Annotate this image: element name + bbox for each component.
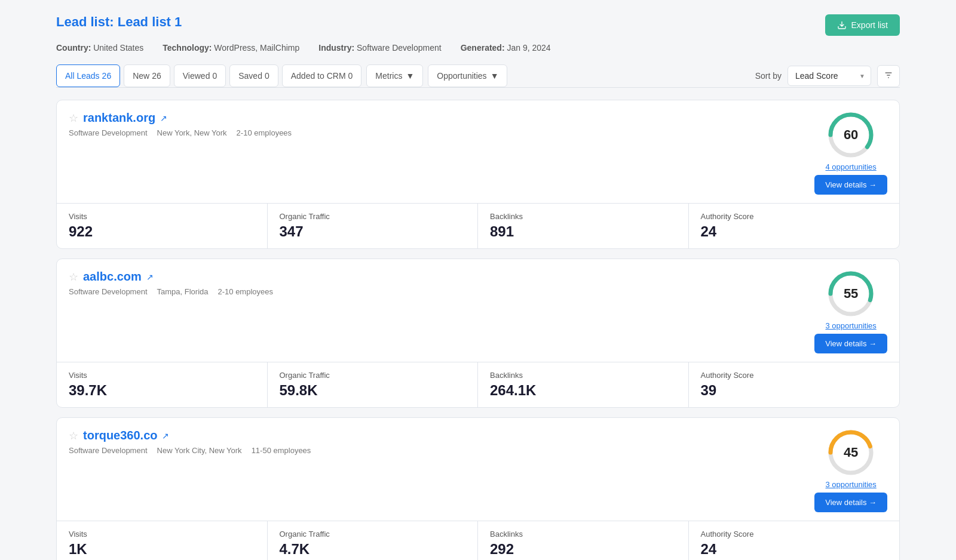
leads-list: ☆ ranktank.org ↗ Software Development Ne… bbox=[56, 100, 900, 560]
filter-icon-button[interactable] bbox=[877, 65, 900, 87]
lead-info: ☆ aalbc.com ↗ Software Development Tampa… bbox=[69, 270, 814, 296]
lead-card-header: ☆ ranktank.org ↗ Software Development Ne… bbox=[57, 100, 899, 203]
lead-name-link[interactable]: torque360.co bbox=[83, 429, 157, 442]
view-details-button[interactable]: View details → bbox=[814, 493, 887, 512]
meta-generated: Generated: Jan 9, 2024 bbox=[461, 43, 551, 53]
lead-name-row: ☆ torque360.co ↗ bbox=[69, 429, 814, 442]
chevron-down-icon: ▼ bbox=[406, 71, 414, 81]
tabs: All Leads26New26Viewed0Saved0Added to CR… bbox=[56, 64, 361, 87]
metric-cell: Authority Score 39 bbox=[689, 362, 900, 407]
meta-technology: Technology: WordPress, MailChimp bbox=[163, 43, 299, 53]
export-icon bbox=[837, 20, 847, 30]
metric-cell: Visits 39.7K bbox=[57, 362, 268, 407]
opportunities-link[interactable]: 4 opportunities bbox=[825, 162, 876, 171]
meta-industry: Industry: Software Development bbox=[318, 43, 441, 53]
tab-new[interactable]: New26 bbox=[124, 64, 170, 87]
tab-viewed[interactable]: Viewed0 bbox=[174, 64, 226, 87]
lead-name-link[interactable]: aalbc.com bbox=[83, 270, 142, 284]
lead-card-header: ☆ aalbc.com ↗ Software Development Tampa… bbox=[57, 259, 899, 362]
external-link-icon: ↗ bbox=[162, 431, 169, 441]
lead-card: ☆ ranktank.org ↗ Software Development Ne… bbox=[56, 100, 900, 249]
lead-score-area: 45 3 opportunities View details → bbox=[814, 429, 887, 512]
metrics-dropdown[interactable]: Metrics ▼ bbox=[366, 64, 423, 87]
export-button[interactable]: Export list bbox=[825, 14, 900, 36]
metric-cell: Organic Traffic 4.7K bbox=[268, 521, 479, 560]
lead-card-header: ☆ torque360.co ↗ Software Development Ne… bbox=[57, 418, 899, 521]
meta-info: Country: United States Technology: WordP… bbox=[56, 43, 900, 53]
lead-score-area: 55 3 opportunities View details → bbox=[814, 270, 887, 353]
metric-cell: Visits 1K bbox=[57, 521, 268, 560]
lead-name-row: ☆ aalbc.com ↗ bbox=[69, 270, 814, 284]
lead-card: ☆ torque360.co ↗ Software Development Ne… bbox=[56, 417, 900, 560]
opportunities-link[interactable]: 3 opportunities bbox=[825, 321, 876, 330]
lead-name-link[interactable]: ranktank.org bbox=[83, 111, 155, 125]
star-icon[interactable]: ☆ bbox=[69, 270, 78, 284]
score-circle: 55 bbox=[827, 270, 875, 318]
score-circle: 60 bbox=[827, 111, 875, 159]
metric-cell: Authority Score 24 bbox=[689, 204, 900, 248]
metric-cell: Organic Traffic 59.8K bbox=[268, 362, 479, 407]
metrics-grid: Visits 1K Organic Traffic 4.7K Backlinks… bbox=[57, 521, 899, 560]
lead-name-row: ☆ ranktank.org ↗ bbox=[69, 111, 814, 125]
opportunities-link[interactable]: 3 opportunities bbox=[825, 480, 876, 489]
metric-cell: Backlinks 292 bbox=[478, 521, 689, 560]
metric-cell: Backlinks 891 bbox=[478, 204, 689, 248]
lead-info: ☆ torque360.co ↗ Software Development Ne… bbox=[69, 429, 814, 455]
metric-cell: Authority Score 24 bbox=[689, 521, 900, 560]
page-title: Lead list: Lead list 1 bbox=[56, 14, 182, 30]
star-icon[interactable]: ☆ bbox=[69, 429, 78, 442]
meta-country: Country: United States bbox=[56, 43, 143, 53]
metric-cell: Visits 922 bbox=[57, 204, 268, 248]
filter-row: All Leads26New26Viewed0Saved0Added to CR… bbox=[56, 64, 900, 88]
sort-select[interactable]: Lead ScoreAuthority ScoreOrganic Traffic… bbox=[788, 66, 871, 86]
lead-card: ☆ aalbc.com ↗ Software Development Tampa… bbox=[56, 259, 900, 408]
lead-meta: Software Development New York, New York … bbox=[69, 128, 814, 137]
star-icon[interactable]: ☆ bbox=[69, 112, 78, 125]
tab-all[interactable]: All Leads26 bbox=[56, 64, 120, 87]
tab-saved[interactable]: Saved0 bbox=[229, 64, 278, 87]
lead-meta: Software Development Tampa, Florida 2-10… bbox=[69, 287, 814, 296]
metric-cell: Organic Traffic 347 bbox=[268, 204, 479, 248]
sort-row: Sort by Lead ScoreAuthority ScoreOrganic… bbox=[755, 65, 900, 87]
view-details-button[interactable]: View details → bbox=[814, 334, 887, 353]
chevron-down-icon: ▼ bbox=[491, 71, 499, 81]
metrics-grid: Visits 39.7K Organic Traffic 59.8K Backl… bbox=[57, 362, 899, 407]
external-link-icon: ↗ bbox=[160, 113, 167, 123]
opportunities-dropdown[interactable]: Opportunities ▼ bbox=[428, 64, 507, 87]
view-details-button[interactable]: View details → bbox=[814, 175, 887, 195]
filter-icon bbox=[884, 70, 893, 80]
score-circle: 45 bbox=[827, 429, 875, 476]
lead-score-area: 60 4 opportunities View details → bbox=[814, 111, 887, 195]
metric-cell: Backlinks 264.1K bbox=[478, 362, 689, 407]
lead-info: ☆ ranktank.org ↗ Software Development Ne… bbox=[69, 111, 814, 137]
external-link-icon: ↗ bbox=[146, 272, 154, 282]
metrics-grid: Visits 922 Organic Traffic 347 Backlinks… bbox=[57, 203, 899, 248]
lead-meta: Software Development New York City, New … bbox=[69, 446, 814, 455]
tab-crm[interactable]: Added to CRM0 bbox=[282, 64, 362, 87]
sort-select-wrapper: Lead ScoreAuthority ScoreOrganic Traffic… bbox=[788, 66, 871, 86]
